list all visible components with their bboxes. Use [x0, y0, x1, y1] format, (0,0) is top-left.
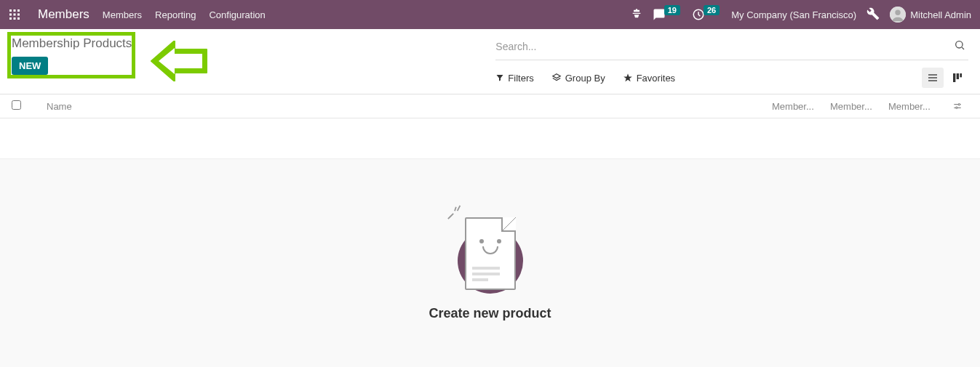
svg-point-12: [956, 41, 963, 48]
new-button[interactable]: NEW: [12, 57, 48, 75]
search-bar: [495, 36, 968, 60]
sparkle-icon: [447, 204, 463, 220]
select-all-checkbox[interactable]: [12, 100, 21, 110]
filters-label: Filters: [508, 73, 533, 84]
svg-rect-15: [928, 80, 937, 81]
empty-title: Create new product: [429, 306, 551, 321]
svg-point-20: [956, 107, 957, 108]
column-member-1[interactable]: Member...: [772, 101, 830, 112]
table-empty-row: [0, 118, 980, 159]
control-panel: Membership Products NEW Filters Group By…: [0, 29, 980, 94]
messages-count: 19: [664, 5, 680, 15]
activities-count: 26: [704, 5, 720, 15]
svg-rect-8: [17, 17, 20, 20]
debug-icon[interactable]: [867, 7, 880, 23]
sliders-icon: [952, 101, 963, 111]
svg-rect-0: [9, 9, 12, 12]
topbar-right: 19 26 My Company (San Francisco) Mitchel…: [631, 7, 971, 23]
menu-reporting[interactable]: Reporting: [155, 9, 196, 20]
svg-rect-3: [9, 14, 12, 16]
breadcrumb: Membership Products: [12, 36, 132, 51]
column-member-3[interactable]: Member...: [888, 101, 947, 112]
topbar-left: Members Members Reporting Configuration: [9, 7, 266, 22]
control-panel-left: Membership Products NEW: [12, 36, 132, 88]
filter-row: Filters Group By Favorites: [495, 68, 968, 88]
groupby-button[interactable]: Group By: [551, 73, 605, 84]
svg-point-11: [896, 10, 901, 15]
kanban-view-button[interactable]: [947, 68, 968, 88]
menu-members[interactable]: Members: [103, 9, 142, 20]
column-member-2[interactable]: Member...: [830, 101, 888, 112]
avatar: [890, 7, 906, 23]
view-switcher: [922, 68, 968, 88]
control-panel-right: Filters Group By Favorites: [132, 36, 968, 88]
svg-point-19: [958, 104, 960, 105]
star-icon: [623, 73, 633, 83]
topbar: Members Members Reporting Configuration …: [0, 0, 980, 29]
apps-menu-icon[interactable]: [9, 9, 20, 20]
svg-rect-4: [14, 14, 16, 16]
empty-illustration: [454, 210, 527, 297]
phone-icon[interactable]: [631, 8, 642, 22]
list-icon: [927, 72, 939, 84]
svg-rect-7: [14, 17, 16, 20]
svg-rect-5: [17, 14, 20, 16]
optional-columns-button[interactable]: [947, 101, 968, 111]
svg-rect-1: [14, 9, 16, 12]
layers-icon: [551, 73, 562, 83]
user-name: Mitchell Admin: [910, 9, 971, 20]
search-icon[interactable]: [951, 36, 968, 57]
svg-rect-2: [17, 9, 20, 12]
select-all-cell: [12, 100, 35, 112]
svg-rect-6: [9, 17, 12, 20]
groupby-label: Group By: [565, 73, 605, 84]
svg-rect-14: [928, 77, 937, 78]
svg-rect-18: [960, 73, 962, 77]
empty-state: Create new product: [0, 210, 980, 321]
document-icon: [465, 217, 516, 290]
kanban-icon: [952, 72, 963, 84]
company-switcher[interactable]: My Company (San Francisco): [731, 9, 856, 20]
menu-configuration[interactable]: Configuration: [209, 9, 265, 20]
column-name[interactable]: Name: [35, 101, 772, 112]
svg-rect-13: [928, 74, 937, 75]
funnel-icon: [495, 73, 504, 82]
app-brand[interactable]: Members: [38, 7, 89, 22]
favorites-label: Favorites: [637, 73, 675, 84]
activities-button[interactable]: 26: [692, 8, 721, 21]
favorites-button[interactable]: Favorites: [623, 73, 675, 84]
messages-button[interactable]: 19: [653, 8, 682, 21]
user-menu[interactable]: Mitchell Admin: [890, 7, 971, 23]
svg-rect-17: [957, 73, 959, 79]
filters-button[interactable]: Filters: [495, 73, 533, 84]
search-input[interactable]: [495, 41, 951, 52]
svg-rect-16: [953, 73, 955, 82]
table-header-row: Name Member... Member... Member...: [0, 94, 980, 118]
list-view-button[interactable]: [922, 68, 944, 88]
